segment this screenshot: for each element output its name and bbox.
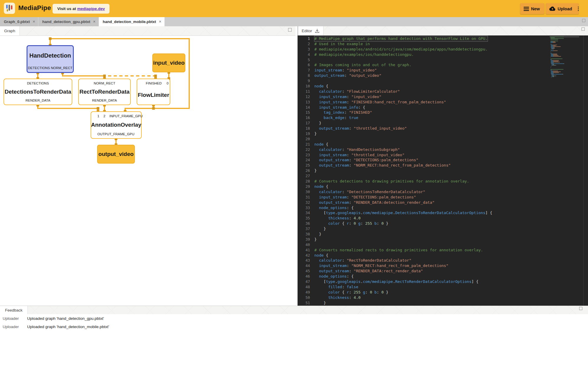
code-line-44[interactable]: 44 input_stream: "NORM_RECT:hand_rect_fr… xyxy=(298,263,575,268)
code-line-31[interactable]: 31 input_stream: "DETECTIONS:palm_detect… xyxy=(298,195,575,200)
graph-node-hand-detection[interactable]: HandDetectionDETECTIONSNORM_RECT xyxy=(27,45,74,73)
new-button[interactable]: New xyxy=(520,3,544,14)
graph-node-rect-to-render-data[interactable]: NORM_RECTRectToRenderDataRENDER_DATA xyxy=(78,79,131,105)
mediapipe-visualizer-window: MediaPipe Visit us at mediapipe.dev New xyxy=(0,0,588,365)
code-line-17[interactable]: 17 } xyxy=(298,120,575,126)
code-line-48[interactable]: 48 filled: false xyxy=(298,284,575,290)
code-line-20[interactable]: 20 xyxy=(298,136,575,142)
line-text: } xyxy=(314,232,321,237)
code-line-49[interactable]: 49 color { r: 255 g: 0 b: 0 } xyxy=(298,290,575,295)
upload-button[interactable]: Upload ⋮ xyxy=(546,3,579,14)
code-line-39[interactable]: 39} xyxy=(298,237,575,242)
code-line-14[interactable]: 14 input_stream_info: { xyxy=(298,105,575,110)
line-number: 47 xyxy=(298,279,314,284)
line-number: 20 xyxy=(298,136,314,142)
code-line-10[interactable]: 10node { xyxy=(298,84,575,89)
code-line-50[interactable]: 50 thickness: 4.0 xyxy=(298,295,575,300)
detections-to-render-data-top-ports: DETECTIONS xyxy=(4,81,72,86)
code-line-13[interactable]: 13 input_stream: "FINISHED:hand_rect_fro… xyxy=(298,100,575,105)
code-line-30[interactable]: 30 calculator: "DetectionsToRenderDataCa… xyxy=(298,189,575,195)
edge-connector xyxy=(103,75,106,77)
editor-minimap[interactable] xyxy=(550,36,579,125)
tab-feedback[interactable]: Feedback xyxy=(0,306,28,315)
graph-node-output-video[interactable]: output_video xyxy=(97,145,135,164)
line-number: 6 xyxy=(298,62,314,68)
new-list-icon xyxy=(524,7,529,11)
code-line-51[interactable]: 51 } xyxy=(298,300,575,306)
code-line-40[interactable]: 40 xyxy=(298,242,575,247)
code-line-23[interactable]: 23 input_stream: "throttled_input_video" xyxy=(298,152,575,158)
line-text: # Used in the example in xyxy=(314,41,370,47)
editor-scrollbar[interactable] xyxy=(583,35,584,306)
line-number: 32 xyxy=(298,200,314,205)
line-text: output_stream: "RENDER_DATA:detection_re… xyxy=(314,200,435,205)
tab-editor[interactable]: Editor xyxy=(298,26,324,35)
code-line-18[interactable]: 18 output_stream: "throttled_input_video… xyxy=(298,126,575,131)
code-line-15[interactable]: 15 tag_index: "FINISHED" xyxy=(298,110,575,115)
line-text: input_stream: "NORM_RECT:hand_rect_from_… xyxy=(314,263,448,268)
code-editor[interactable]: 1# MediaPipe graph that performs hand de… xyxy=(298,35,588,306)
line-text: node_options: { xyxy=(314,274,354,279)
code-line-1[interactable]: 1# MediaPipe graph that performs hand de… xyxy=(298,36,575,41)
code-line-25[interactable]: 25 output_stream: "NORM_RECT:hand_rect_f… xyxy=(298,163,575,168)
code-line-22[interactable]: 22 calculator: "HandDetectionSubgraph" xyxy=(298,147,575,152)
line-text: output_stream: "DETECTIONS:palm_detectio… xyxy=(314,157,418,163)
code-line-47[interactable]: 47 [type.googleapis.com/mediapipe.RectTo… xyxy=(298,279,575,284)
line-text: output_stream: "NORM_RECT:hand_rect_from… xyxy=(314,163,451,168)
code-line-42[interactable]: 42node { xyxy=(298,253,575,258)
code-line-24[interactable]: 24 output_stream: "DETECTIONS:palm_detec… xyxy=(298,157,575,163)
code-line-46[interactable]: 46 node_options: { xyxy=(298,274,575,279)
code-line-2[interactable]: 2# Used in the example in xyxy=(298,41,575,47)
code-line-6[interactable]: 6# Images coming into and out of the gra… xyxy=(298,62,575,68)
graph-node-annotation-overlay[interactable]: 12INPUT_FRAME_GPUAnnotationOverlayOUTPUT… xyxy=(91,111,142,139)
code-line-9[interactable]: 9 xyxy=(298,78,575,84)
graph-node-input-video[interactable]: input_video xyxy=(152,53,185,72)
line-text: [type.googleapis.com/mediapipe.RectToRen… xyxy=(314,279,478,284)
code-line-21[interactable]: 21node { xyxy=(298,142,575,147)
code-line-35[interactable]: 35 thickness: 4.0 xyxy=(298,216,575,221)
feedback-log: UploaderUploaded graph 'hand_detection_g… xyxy=(0,314,588,365)
code-line-34[interactable]: 34 [type.googleapis.com/mediapipe.Detect… xyxy=(298,210,575,216)
code-line-8[interactable]: 8output_stream: "output_video" xyxy=(298,73,575,78)
code-line-37[interactable]: 37 } xyxy=(298,226,575,232)
line-number: 11 xyxy=(298,89,314,94)
code-line-19[interactable]: 19} xyxy=(298,131,575,136)
code-line-16[interactable]: 16 back_edge: true xyxy=(298,115,575,120)
download-icon[interactable] xyxy=(315,28,320,33)
code-line-43[interactable]: 43 calculator: "RectToRenderDataCalculat… xyxy=(298,258,575,263)
graph-node-detections-to-render-data[interactable]: DETECTIONSDetectionsToRenderDataRENDER_D… xyxy=(4,79,72,105)
hand-detection-title: HandDetection xyxy=(27,46,73,65)
code-line-28[interactable]: 28# Converts detections to drawing primi… xyxy=(298,179,575,184)
line-number: 9 xyxy=(298,78,314,84)
flow-limiter-top-ports: FINISHED0 xyxy=(137,81,170,86)
line-number: 41 xyxy=(298,247,314,253)
code-line-33[interactable]: 33 node_options: { xyxy=(298,205,575,211)
code-line-3[interactable]: 3# mediapipie/examples/android/src/java/… xyxy=(298,47,575,52)
code-line-36[interactable]: 36 color { r: 0 g: 255 b: 0 } xyxy=(298,221,575,226)
line-number: 8 xyxy=(298,73,314,78)
line-number: 37 xyxy=(298,226,314,232)
line-text: node { xyxy=(314,84,328,89)
edge-connector xyxy=(97,107,99,110)
line-number: 39 xyxy=(298,237,314,242)
code-line-11[interactable]: 11 calculator: "FlowLimiterCalculator" xyxy=(298,89,575,94)
code-line-38[interactable]: 38 } xyxy=(298,232,575,237)
code-line-7[interactable]: 7input_stream: "input_video" xyxy=(298,68,575,73)
code-line-32[interactable]: 32 output_stream: "RENDER_DATA:detection… xyxy=(298,200,575,205)
input-video-title: input_video xyxy=(153,60,185,66)
code-line-4[interactable]: 4# mediapipie/examples/ios/handdetection… xyxy=(298,52,575,57)
line-number: 48 xyxy=(298,284,314,290)
code-line-12[interactable]: 12 input_stream: "input_video" xyxy=(298,94,575,100)
line-text: calculator: "DetectionsToRenderDataCalcu… xyxy=(314,189,425,195)
code-line-27[interactable]: 27 xyxy=(298,173,575,179)
maximize-top-right-icon[interactable] xyxy=(582,19,585,22)
code-line-26[interactable]: 26} xyxy=(298,168,575,173)
graph-node-flow-limiter[interactable]: FINISHED0FlowLimiter xyxy=(137,79,170,105)
code-line-5[interactable]: 5 xyxy=(298,57,575,63)
editor-maximize-icon[interactable] xyxy=(582,27,585,31)
upload-menu-kebab-icon[interactable]: ⋮ xyxy=(576,6,581,12)
code-line-45[interactable]: 45 output_stream: "RENDER_DATA:rect_rend… xyxy=(298,268,575,274)
code-line-41[interactable]: 41# Converts normalized rects to drawing… xyxy=(298,247,575,253)
code-line-29[interactable]: 29node { xyxy=(298,184,575,189)
feedback-maximize-icon[interactable] xyxy=(579,307,582,310)
